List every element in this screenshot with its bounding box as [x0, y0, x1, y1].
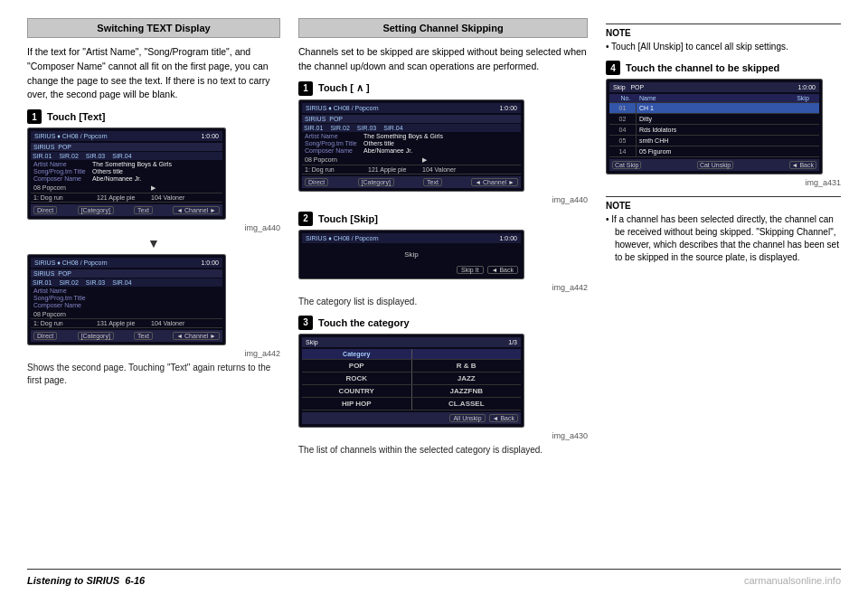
footer-title: Listening to SIRIUS 6-16	[27, 575, 145, 586]
skip-caption-text: The category list is displayed.	[298, 296, 588, 308]
screen1-value2: Others title	[92, 168, 220, 174]
screen1-sub: SIRIUS POP	[33, 144, 71, 150]
left-section-header: Switching TEXT Display	[27, 18, 280, 38]
screen1-btn2[interactable]: [Category]	[78, 206, 114, 214]
skip-up-label1: Artist Name	[305, 133, 363, 139]
screen2-btn3[interactable]: Text	[134, 332, 153, 340]
skip-up-value2: Others title	[363, 140, 518, 146]
left-step1-text: Touch [Text]	[47, 111, 105, 122]
screen2-value3	[92, 302, 220, 308]
skip-up-list2: 1: Dog run	[305, 166, 368, 173]
cat-row1-c2[interactable]: R & B	[412, 360, 522, 372]
cat-row2-c1[interactable]: ROCK	[302, 373, 412, 384]
cat-row2-c2[interactable]: JAZZ	[412, 373, 522, 384]
screen2-list1-c3	[151, 311, 220, 317]
screen1-list1-c3: ▶	[151, 184, 220, 192]
screen1-list1-c2	[97, 184, 151, 192]
ch1-skip	[792, 103, 819, 113]
screen1-btn3[interactable]: Text	[134, 206, 153, 214]
screen1-col4: SIR.04	[112, 153, 131, 159]
left-body-text: If the text for "Artist Name", "Song/Pro…	[27, 45, 280, 102]
screen2-top-right: 1:0:00	[202, 259, 219, 266]
skip-up-list1b	[368, 156, 422, 164]
skip-up-col4: SIR.04	[383, 125, 402, 131]
ch-catunskip-btn[interactable]: Cat Unskip	[697, 161, 733, 169]
ch2-skip	[792, 114, 819, 124]
skip-screen-caption: img_a442	[298, 283, 588, 292]
text-screen-2: SIRIUS ♦ CH08 / Popcorn 1:0:00 SIRIUS PO…	[27, 254, 226, 345]
screen2-col1: SIR.01	[33, 279, 52, 286]
middle-step2-label: 2 Touch [Skip]	[298, 212, 588, 226]
middle-column: Setting Channel Skipping Channels set to…	[298, 18, 588, 561]
screen1-value3: Abe/Nomanee Jr.	[92, 175, 220, 182]
skip-up-btn3[interactable]: Text	[423, 178, 442, 186]
page-footer: Listening to SIRIUS 6-16 carmanualsonlin…	[27, 569, 841, 586]
cat-row3-c2[interactable]: JAZZFNB	[412, 385, 522, 397]
ch-col-skip: Skip	[789, 95, 816, 101]
skip-up-screen: SIRIUS ♦ CH08 / Popcorn 1:0:00 SIRIUS PO…	[298, 99, 524, 192]
left-caption: Shows the second page. Touching "Text" a…	[27, 362, 280, 387]
screen2-value2	[92, 295, 220, 301]
ch5-skip	[792, 146, 819, 156]
screen2-list1-c1: 08 Popcorn	[33, 311, 97, 317]
skip-up-btn2[interactable]: [Category]	[358, 178, 394, 186]
screen2-label2: Song/Prog.tm Title	[33, 295, 92, 301]
screen2-btn4[interactable]: ◄ Channel ►	[173, 332, 220, 340]
screen1-list1-c1: 08 Popcorn	[33, 184, 97, 192]
channel-skip-screen: Skip POP 1:0:00 No. Name Skip 01 CH 1	[606, 79, 823, 174]
screen2-col4: SIR.04	[112, 279, 131, 286]
cat-row1-c1[interactable]: POP	[302, 360, 412, 372]
skip-up-top-right: 1:0:00	[500, 105, 517, 111]
cat-header2	[412, 349, 522, 359]
screen2-btn1[interactable]: Direct	[33, 332, 57, 340]
footer-title-text: Listening to SIRIUS	[27, 575, 119, 586]
middle-step3-label: 3 Touch the category	[298, 316, 588, 330]
skip-up-btn1[interactable]: Direct	[305, 178, 328, 186]
ch4-skip	[792, 136, 819, 146]
skip-up-sub: SIRIUS POP	[305, 116, 343, 122]
ch5-name: 05 Figurom	[637, 146, 792, 156]
screen2-btn2[interactable]: [Category]	[78, 332, 114, 340]
skip-it-btn[interactable]: Skip It	[457, 266, 483, 274]
screen2-list2-c1: 1: Dog run	[33, 320, 97, 326]
note1-title: NOTE	[606, 28, 841, 38]
main-content: Switching TEXT Display If the text for "…	[27, 18, 841, 561]
skip-up-btn4[interactable]: ◄ Channel ►	[471, 178, 518, 186]
screen2-label3: Composer Name	[33, 302, 92, 308]
screen1-list2-c1: 1: Dog run	[33, 194, 97, 201]
step-num-m3: 3	[298, 316, 313, 330]
middle-section-header: Setting Channel Skipping	[298, 18, 588, 38]
cat-back-btn[interactable]: ◄ Back	[489, 414, 518, 422]
step-num-m1: 1	[298, 81, 313, 96]
cat-unskip-btn[interactable]: All Unskip	[449, 414, 485, 422]
screen1-btn1[interactable]: Direct	[33, 206, 57, 214]
screen1-top-right: 1:0:00	[202, 133, 219, 139]
cat-row4-c1[interactable]: HIP HOP	[302, 398, 412, 410]
ch-col-name: Name	[639, 95, 789, 101]
ch4-name: smth CHH	[637, 136, 792, 146]
ch-back-btn[interactable]: ◄ Back	[789, 161, 816, 169]
screen1-btn4[interactable]: ◄ Channel ►	[173, 206, 220, 214]
cat-row3-c1[interactable]: COUNTRY	[302, 385, 412, 397]
cat-row4-c2[interactable]: CL.ASSEL	[412, 398, 522, 410]
cat-header1: Category	[302, 349, 412, 359]
screen2-value1	[92, 288, 220, 294]
screen1-col2: SIR.02	[59, 153, 78, 159]
footer-page-num: 6-16	[125, 575, 145, 586]
watermark: carmanualsonline.info	[744, 575, 841, 586]
screen1-label1: Artist Name	[33, 161, 92, 167]
skip-screen: SIRIUS ♦ CH08 / Popcorn 1:0:00 Skip Skip…	[298, 230, 524, 279]
right-column: NOTE Touch [All Unskip] to cancel all sk…	[606, 18, 841, 561]
cat-top-right: 1/3	[508, 339, 517, 345]
ch-col-num: No.	[612, 95, 639, 101]
screen1-label3: Composer Name	[33, 175, 92, 182]
skip-back-btn[interactable]: ◄ Back	[487, 266, 518, 274]
ch3-num: 04	[609, 125, 637, 135]
screen1-top-left: SIRIUS ♦ CH08 / Popcorn	[34, 133, 108, 139]
skip-screen-label: Skip	[404, 250, 419, 259]
ch1-name: CH 1	[637, 103, 792, 113]
right-note1: NOTE Touch [All Unskip] to cancel all sk…	[606, 24, 841, 53]
screen1-caption: img_a440	[27, 223, 280, 232]
ch5-num: 14	[609, 146, 637, 156]
ch-catskip-btn[interactable]: Cat Skip	[612, 161, 641, 169]
